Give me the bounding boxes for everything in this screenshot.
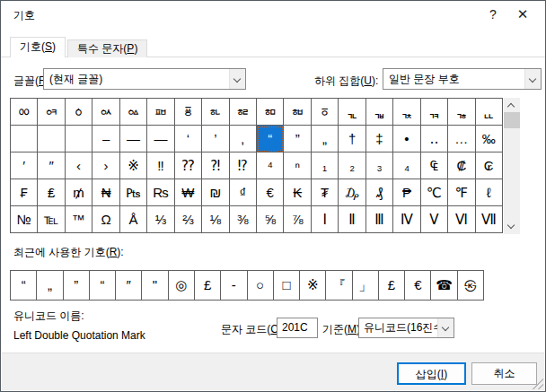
- recent-symbol-cell[interactable]: 『: [326, 271, 352, 300]
- recent-symbol-cell[interactable]: 」: [353, 271, 379, 300]
- symbol-cell[interactable]: ‰: [476, 126, 503, 152]
- symbol-cell[interactable]: ₦: [92, 179, 119, 206]
- symbol-cell[interactable]: ᇹ: [312, 99, 339, 126]
- symbol-cell[interactable]: Ω: [92, 206, 119, 233]
- symbol-cell[interactable]: •: [393, 126, 420, 152]
- symbol-cell[interactable]: ₢: [476, 152, 503, 179]
- symbol-cell[interactable]: ₥: [66, 179, 92, 206]
- symbol-cell[interactable]: ″: [38, 152, 65, 179]
- chevron-down-icon[interactable]: [524, 69, 541, 89]
- symbol-cell[interactable]: ᇾ: [448, 99, 475, 126]
- symbol-cell[interactable]: ᇼ: [393, 99, 420, 126]
- symbol-cell[interactable]: ⁉: [230, 152, 257, 179]
- symbol-cell[interactable]: ₠: [421, 152, 448, 179]
- symbol-cell[interactable]: ₭: [284, 179, 311, 206]
- symbol-cell[interactable]: „: [312, 126, 339, 152]
- symbol-cell[interactable]: –: [92, 126, 119, 152]
- symbol-cell[interactable]: ₱: [393, 179, 420, 206]
- recent-symbol-cell[interactable]: “: [11, 271, 37, 300]
- recent-symbol-cell[interactable]: ″: [116, 271, 142, 300]
- grid-scrollbar[interactable]: [504, 98, 520, 234]
- help-icon[interactable]: ?: [480, 1, 506, 28]
- symbol-cell[interactable]: Å: [120, 206, 147, 233]
- symbol-cell[interactable]: №: [11, 206, 38, 233]
- recent-symbol-cell[interactable]: ”: [64, 271, 90, 300]
- symbol-cell[interactable]: Ⅱ: [339, 206, 365, 233]
- font-combobox[interactable]: (현재 글꼴): [43, 68, 246, 90]
- tab-symbols[interactable]: 기호(S): [10, 37, 66, 57]
- symbol-cell[interactable]: ℉: [448, 179, 475, 206]
- symbol-cell[interactable]: ᇺ: [339, 99, 365, 126]
- recent-symbol-cell[interactable]: ☎: [431, 271, 457, 300]
- symbol-cell[interactable]: ₣: [11, 179, 38, 206]
- symbol-cell[interactable]: ’: [202, 126, 229, 152]
- symbol-cell[interactable]: ‼: [147, 152, 174, 179]
- symbol-cell[interactable]: ₫: [230, 179, 257, 206]
- recent-symbol-cell[interactable]: ": [142, 271, 168, 300]
- symbol-cell[interactable]: ⁈: [202, 152, 229, 179]
- symbol-cell[interactable]: [66, 126, 92, 152]
- recent-symbol-cell[interactable]: „: [37, 271, 63, 300]
- symbol-cell[interactable]: ‹: [66, 152, 92, 179]
- recent-symbol-cell[interactable]: “: [90, 271, 116, 300]
- symbol-cell[interactable]: ⅝: [257, 206, 284, 233]
- recent-symbol-cell[interactable]: ㉿: [458, 271, 484, 300]
- symbol-cell[interactable]: ᇲ: [120, 99, 147, 126]
- symbol-cell[interactable]: ᇻ: [366, 99, 393, 126]
- symbol-cell[interactable]: ₨: [147, 179, 174, 206]
- symbol-cell[interactable]: ᇮ: [11, 99, 38, 126]
- symbol-cell[interactable]: Ⅶ: [476, 206, 503, 233]
- symbol-cell[interactable]: ⅓: [147, 206, 174, 233]
- chevron-down-icon[interactable]: [437, 318, 454, 337]
- symbol-cell[interactable]: ₧: [120, 179, 147, 206]
- symbol-cell[interactable]: Ⅳ: [393, 206, 420, 233]
- symbol-cell[interactable]: ᇰ: [66, 99, 92, 126]
- symbol-cell[interactable]: ‚: [230, 126, 257, 152]
- symbol-cell[interactable]: ᇷ: [257, 99, 284, 126]
- symbol-cell[interactable]: ₩: [175, 179, 202, 206]
- recent-symbol-cell[interactable]: -: [221, 271, 247, 300]
- tab-special-characters[interactable]: 특수 문자(P): [67, 39, 147, 57]
- subset-combobox[interactable]: 일반 문장 부호: [383, 68, 542, 90]
- symbol-cell[interactable]: ―: [147, 126, 174, 152]
- symbol-cell[interactable]: [38, 126, 65, 152]
- scroll-up-icon[interactable]: [504, 98, 520, 113]
- symbol-cell[interactable]: ₄: [393, 152, 420, 179]
- recent-symbol-cell[interactable]: £: [195, 271, 221, 300]
- symbol-cell[interactable]: ›: [92, 152, 119, 179]
- symbol-cell[interactable]: ᇶ: [230, 99, 257, 126]
- symbol-cell[interactable]: ₂: [339, 152, 365, 179]
- close-icon[interactable]: ✕: [509, 1, 536, 28]
- symbol-cell[interactable]: ′: [11, 152, 38, 179]
- symbol-cell[interactable]: ⁴: [257, 152, 284, 179]
- symbol-cell[interactable]: ₁: [312, 152, 339, 179]
- symbol-cell[interactable]: ⁇: [175, 152, 202, 179]
- symbol-cell[interactable]: ᇿ: [476, 99, 503, 126]
- symbol-cell[interactable]: “: [257, 126, 284, 152]
- symbol-cell[interactable]: ℃: [421, 179, 448, 206]
- symbol-cell[interactable]: ”: [284, 126, 311, 152]
- recent-symbol-cell[interactable]: □: [274, 271, 300, 300]
- symbol-cell[interactable]: ※: [120, 152, 147, 179]
- recent-symbol-cell[interactable]: £: [379, 271, 405, 300]
- symbol-cell[interactable]: ⅞: [284, 206, 311, 233]
- recent-symbol-cell[interactable]: ※: [300, 271, 326, 300]
- symbol-cell[interactable]: —: [120, 126, 147, 152]
- symbol-cell[interactable]: ℡: [38, 206, 65, 233]
- from-combobox[interactable]: 유니코드(16진수): [358, 318, 454, 338]
- symbol-cell[interactable]: ‘: [175, 126, 202, 152]
- symbol-cell[interactable]: Ⅰ: [312, 206, 339, 233]
- symbol-cell[interactable]: ₰: [366, 179, 393, 206]
- cancel-button[interactable]: 취소: [471, 362, 537, 385]
- symbol-cell[interactable]: ᇯ: [38, 99, 65, 126]
- symbol-cell[interactable]: ᇸ: [284, 99, 311, 126]
- scrollbar-thumb[interactable]: [504, 112, 520, 128]
- symbol-cell[interactable]: €: [257, 179, 284, 206]
- symbol-cell[interactable]: ⅔: [175, 206, 202, 233]
- symbol-cell[interactable]: †: [339, 126, 365, 152]
- symbol-cell[interactable]: ₯: [339, 179, 365, 206]
- recent-symbol-cell[interactable]: ○: [248, 271, 274, 300]
- symbol-cell[interactable]: …: [448, 126, 475, 152]
- scroll-down-icon[interactable]: [504, 219, 520, 234]
- chevron-down-icon[interactable]: [229, 69, 245, 89]
